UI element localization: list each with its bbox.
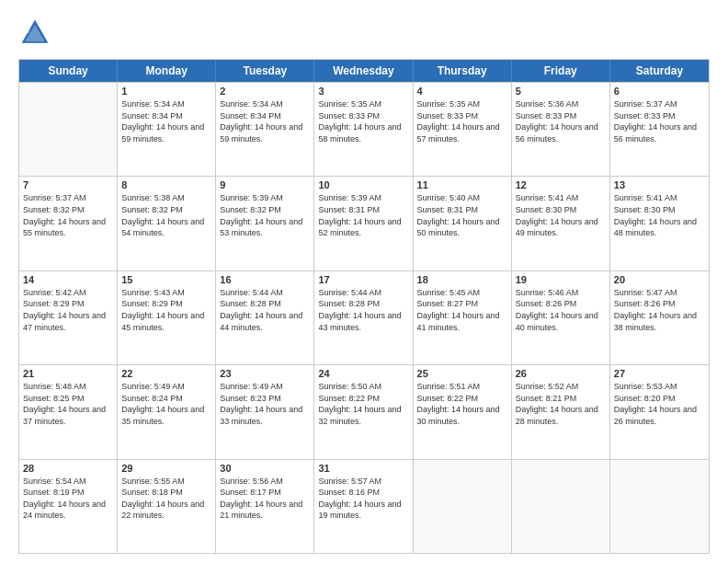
cell-info: Sunrise: 5:44 AMSunset: 8:28 PMDaylight:… (220, 287, 310, 333)
cell-info: Sunrise: 5:49 AMSunset: 8:23 PMDaylight:… (220, 381, 310, 427)
cell-info: Sunrise: 5:36 AMSunset: 8:33 PMDaylight:… (516, 98, 606, 144)
cal-cell: 10Sunrise: 5:39 AMSunset: 8:31 PMDayligh… (314, 177, 413, 270)
day-number: 17 (318, 274, 408, 285)
cell-info: Sunrise: 5:50 AMSunset: 8:22 PMDaylight:… (318, 381, 408, 427)
cell-info: Sunrise: 5:48 AMSunset: 8:25 PMDaylight:… (23, 381, 113, 427)
svg-text:G: G (23, 27, 28, 35)
day-number: 21 (23, 368, 113, 379)
cal-cell: 14Sunrise: 5:42 AMSunset: 8:29 PMDayligh… (19, 271, 118, 364)
day-number: 26 (516, 368, 606, 379)
cal-cell (610, 460, 709, 553)
cal-cell: 31Sunrise: 5:57 AMSunset: 8:16 PMDayligh… (314, 460, 413, 553)
cell-info: Sunrise: 5:34 AMSunset: 8:34 PMDaylight:… (121, 98, 211, 144)
cal-cell: 18Sunrise: 5:45 AMSunset: 8:27 PMDayligh… (414, 271, 512, 364)
day-number: 8 (121, 179, 211, 190)
cal-cell: 26Sunrise: 5:52 AMSunset: 8:21 PMDayligh… (512, 365, 610, 458)
calendar-body: 1Sunrise: 5:34 AMSunset: 8:34 PMDaylight… (19, 82, 709, 553)
header-day-sunday: Sunday (19, 60, 118, 82)
day-number: 10 (318, 179, 408, 190)
cell-info: Sunrise: 5:42 AMSunset: 8:29 PMDaylight:… (23, 287, 113, 333)
day-number: 16 (220, 274, 310, 285)
cal-cell: 16Sunrise: 5:44 AMSunset: 8:28 PMDayligh… (216, 271, 314, 364)
day-number: 13 (614, 179, 705, 190)
cell-info: Sunrise: 5:37 AMSunset: 8:32 PMDaylight:… (23, 192, 113, 238)
cell-info: Sunrise: 5:38 AMSunset: 8:32 PMDaylight:… (121, 192, 211, 238)
header-day-tuesday: Tuesday (216, 60, 314, 82)
cal-cell: 15Sunrise: 5:43 AMSunset: 8:29 PMDayligh… (118, 271, 216, 364)
cal-cell: 4Sunrise: 5:35 AMSunset: 8:33 PMDaylight… (414, 83, 512, 176)
day-number: 30 (220, 463, 310, 474)
cell-info: Sunrise: 5:49 AMSunset: 8:24 PMDaylight:… (121, 381, 211, 427)
week-row-2: 7Sunrise: 5:37 AMSunset: 8:32 PMDaylight… (19, 176, 709, 270)
cal-cell: 5Sunrise: 5:36 AMSunset: 8:33 PMDaylight… (512, 83, 610, 176)
cal-cell: 17Sunrise: 5:44 AMSunset: 8:28 PMDayligh… (314, 271, 413, 364)
header-day-thursday: Thursday (414, 60, 512, 82)
day-number: 19 (516, 274, 606, 285)
day-number: 20 (614, 274, 705, 285)
day-number: 27 (614, 368, 705, 379)
cell-info: Sunrise: 5:54 AMSunset: 8:19 PMDaylight:… (23, 476, 113, 522)
day-number: 29 (121, 463, 211, 474)
day-number: 5 (516, 86, 606, 97)
cal-cell: 12Sunrise: 5:41 AMSunset: 8:30 PMDayligh… (512, 177, 610, 270)
cal-cell: 3Sunrise: 5:35 AMSunset: 8:33 PMDaylight… (314, 83, 413, 176)
header-day-wednesday: Wednesday (314, 60, 413, 82)
week-row-4: 21Sunrise: 5:48 AMSunset: 8:25 PMDayligh… (19, 364, 709, 458)
cell-info: Sunrise: 5:44 AMSunset: 8:28 PMDaylight:… (318, 287, 408, 333)
header-day-friday: Friday (512, 60, 610, 82)
day-number: 28 (23, 463, 113, 474)
day-number: 18 (417, 274, 507, 285)
cal-cell: 27Sunrise: 5:53 AMSunset: 8:20 PMDayligh… (610, 365, 709, 458)
day-number: 15 (121, 274, 211, 285)
calendar: SundayMondayTuesdayWednesdayThursdayFrid… (18, 59, 710, 554)
cal-cell: 8Sunrise: 5:38 AMSunset: 8:32 PMDaylight… (118, 177, 216, 270)
cal-cell (512, 460, 610, 553)
week-row-1: 1Sunrise: 5:34 AMSunset: 8:34 PMDaylight… (19, 82, 709, 176)
day-number: 24 (318, 368, 408, 379)
cell-info: Sunrise: 5:45 AMSunset: 8:27 PMDaylight:… (417, 287, 507, 333)
cal-cell: 13Sunrise: 5:41 AMSunset: 8:30 PMDayligh… (610, 177, 709, 270)
day-number: 25 (417, 368, 507, 379)
day-number: 11 (417, 179, 507, 190)
day-number: 4 (417, 86, 507, 97)
day-number: 2 (220, 86, 310, 97)
cell-info: Sunrise: 5:47 AMSunset: 8:26 PMDaylight:… (614, 287, 705, 333)
day-number: 23 (220, 368, 310, 379)
cell-info: Sunrise: 5:41 AMSunset: 8:30 PMDaylight:… (516, 192, 606, 238)
day-number: 12 (516, 179, 606, 190)
cell-info: Sunrise: 5:51 AMSunset: 8:22 PMDaylight:… (417, 381, 507, 427)
cal-cell: 6Sunrise: 5:37 AMSunset: 8:33 PMDaylight… (610, 83, 709, 176)
day-number: 1 (121, 86, 211, 97)
cal-cell: 24Sunrise: 5:50 AMSunset: 8:22 PMDayligh… (314, 365, 413, 458)
day-number: 6 (614, 86, 705, 97)
cell-info: Sunrise: 5:35 AMSunset: 8:33 PMDaylight:… (417, 98, 507, 144)
cell-info: Sunrise: 5:39 AMSunset: 8:32 PMDaylight:… (220, 192, 310, 238)
cell-info: Sunrise: 5:43 AMSunset: 8:29 PMDaylight:… (121, 287, 211, 333)
cal-cell: 25Sunrise: 5:51 AMSunset: 8:22 PMDayligh… (414, 365, 512, 458)
cal-cell: 30Sunrise: 5:56 AMSunset: 8:17 PMDayligh… (216, 460, 314, 553)
cell-info: Sunrise: 5:53 AMSunset: 8:20 PMDaylight:… (614, 381, 705, 427)
page: G SundayMondayTuesdayWednesdayThursdayFr… (0, 0, 728, 563)
cell-info: Sunrise: 5:41 AMSunset: 8:30 PMDaylight:… (614, 192, 705, 238)
cell-info: Sunrise: 5:39 AMSunset: 8:31 PMDaylight:… (318, 192, 408, 238)
day-number: 9 (220, 179, 310, 190)
cal-cell: 20Sunrise: 5:47 AMSunset: 8:26 PMDayligh… (610, 271, 709, 364)
cell-info: Sunrise: 5:46 AMSunset: 8:26 PMDaylight:… (516, 287, 606, 333)
calendar-header: SundayMondayTuesdayWednesdayThursdayFrid… (19, 60, 709, 82)
cal-cell: 19Sunrise: 5:46 AMSunset: 8:26 PMDayligh… (512, 271, 610, 364)
cell-info: Sunrise: 5:52 AMSunset: 8:21 PMDaylight:… (516, 381, 606, 427)
cell-info: Sunrise: 5:57 AMSunset: 8:16 PMDaylight:… (318, 476, 408, 522)
cal-cell: 7Sunrise: 5:37 AMSunset: 8:32 PMDaylight… (19, 177, 118, 270)
cal-cell: 9Sunrise: 5:39 AMSunset: 8:32 PMDaylight… (216, 177, 314, 270)
day-number: 7 (23, 179, 113, 190)
cal-cell: 23Sunrise: 5:49 AMSunset: 8:23 PMDayligh… (216, 365, 314, 458)
cell-info: Sunrise: 5:34 AMSunset: 8:34 PMDaylight:… (220, 98, 310, 144)
cell-info: Sunrise: 5:37 AMSunset: 8:33 PMDaylight:… (614, 98, 705, 144)
day-number: 14 (23, 274, 113, 285)
cal-cell (414, 460, 512, 553)
cal-cell: 22Sunrise: 5:49 AMSunset: 8:24 PMDayligh… (118, 365, 216, 458)
cell-info: Sunrise: 5:55 AMSunset: 8:18 PMDaylight:… (121, 476, 211, 522)
day-number: 31 (318, 463, 408, 474)
cell-info: Sunrise: 5:56 AMSunset: 8:17 PMDaylight:… (220, 476, 310, 522)
cal-cell (19, 83, 118, 176)
